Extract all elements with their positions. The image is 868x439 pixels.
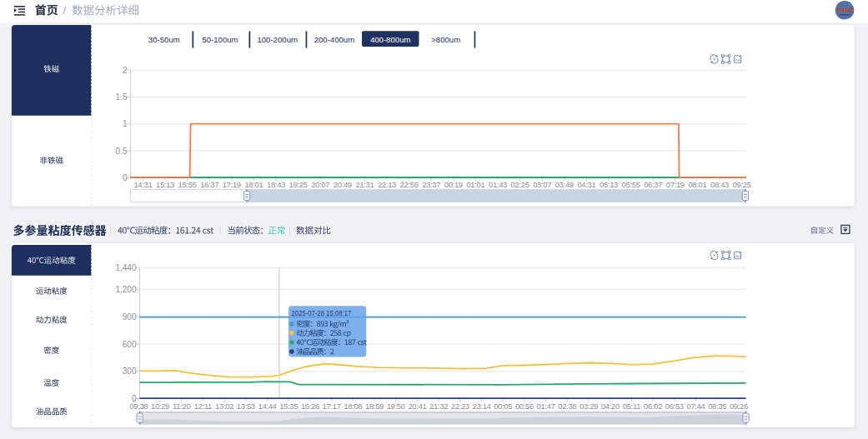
svg-text:03:07: 03:07 (533, 180, 551, 189)
svg-text:>800um: >800um (431, 35, 460, 44)
svg-text:22:23: 22:23 (451, 402, 469, 411)
svg-text:/: / (63, 4, 67, 17)
svg-text:18:01: 18:01 (244, 180, 263, 189)
svg-text:04:20: 04:20 (601, 402, 620, 411)
svg-text:03:49: 03:49 (555, 180, 574, 189)
svg-text:2: 2 (123, 66, 128, 75)
svg-text:1: 1 (123, 119, 128, 128)
svg-text:2025-07-28 15:08:17: 2025-07-28 15:08:17 (291, 309, 351, 317)
svg-text:200-400um: 200-400um (314, 35, 355, 44)
svg-text:inzoc: inzoc (837, 6, 853, 13)
svg-text:21:32: 21:32 (429, 402, 448, 411)
svg-text:19:25: 19:25 (289, 180, 308, 189)
svg-text:09:26: 09:26 (730, 402, 748, 411)
svg-text:06:53: 06:53 (665, 402, 684, 411)
svg-text:00:56: 00:56 (515, 402, 534, 411)
svg-text:08:01: 08:01 (688, 180, 706, 189)
svg-text:07:44: 07:44 (686, 402, 705, 411)
svg-text:00:05: 00:05 (494, 402, 512, 411)
svg-text:22:13: 22:13 (378, 180, 396, 189)
svg-text:16:26: 16:26 (301, 402, 319, 411)
svg-text:20:07: 20:07 (311, 180, 329, 189)
svg-text:20:49: 20:49 (334, 180, 352, 189)
svg-text:14:44: 14:44 (258, 402, 276, 411)
svg-text:02:25: 02:25 (511, 180, 529, 189)
svg-text:11:20: 11:20 (173, 402, 190, 411)
svg-text:01:47: 01:47 (537, 402, 555, 411)
svg-text:21:31: 21:31 (355, 180, 374, 189)
svg-text:19:50: 19:50 (387, 402, 405, 411)
svg-text:100-200um: 100-200um (257, 35, 298, 44)
svg-text:17:17: 17:17 (323, 402, 341, 411)
svg-text:13:53: 13:53 (237, 402, 255, 411)
svg-text:06:37: 06:37 (644, 180, 662, 189)
svg-text:22:55: 22:55 (400, 180, 419, 189)
svg-text:0.5: 0.5 (116, 147, 128, 156)
svg-text:1,200: 1,200 (115, 285, 136, 294)
svg-text:03:29: 03:29 (580, 402, 598, 411)
svg-text:18:43: 18:43 (267, 180, 285, 189)
svg-text:14:31: 14:31 (133, 180, 152, 189)
svg-text:05:13: 05:13 (600, 180, 618, 189)
svg-text:18:08: 18:08 (344, 402, 362, 411)
svg-text:15:55: 15:55 (178, 180, 197, 189)
svg-text:01:43: 01:43 (489, 180, 507, 189)
svg-text:05:55: 05:55 (622, 180, 640, 189)
svg-text:1.5: 1.5 (116, 92, 128, 102)
svg-text:23:37: 23:37 (422, 180, 440, 189)
svg-text:09:25: 09:25 (733, 180, 751, 189)
svg-text:15:35: 15:35 (279, 402, 298, 411)
svg-text:0: 0 (123, 173, 128, 182)
svg-text:50-100um: 50-100um (202, 35, 238, 44)
svg-text:18:59: 18:59 (365, 402, 384, 411)
svg-text:17:19: 17:19 (223, 180, 241, 189)
svg-text:10:29: 10:29 (151, 402, 169, 411)
svg-text:09:38: 09:38 (129, 402, 148, 411)
svg-text:900: 900 (123, 312, 137, 322)
svg-text:20:41: 20:41 (408, 402, 426, 411)
svg-text:07:19: 07:19 (666, 180, 685, 189)
svg-text:08:35: 08:35 (708, 402, 726, 411)
svg-text:12:11: 12:11 (194, 402, 212, 411)
svg-text:01:01: 01:01 (466, 180, 484, 189)
svg-text:600: 600 (123, 340, 137, 349)
svg-text:1,440: 1,440 (115, 263, 136, 272)
svg-text:08:43: 08:43 (710, 180, 729, 189)
svg-text:05:11: 05:11 (623, 402, 640, 411)
svg-text:15:13: 15:13 (156, 180, 174, 189)
svg-text:06:02: 06:02 (644, 402, 662, 411)
svg-text:04:31: 04:31 (577, 180, 595, 189)
svg-text:23:14: 23:14 (472, 402, 490, 411)
svg-text:16:37: 16:37 (200, 180, 218, 189)
svg-text:400-800um: 400-800um (370, 35, 411, 44)
svg-text:00:19: 00:19 (444, 180, 463, 189)
svg-text:13:02: 13:02 (215, 402, 233, 411)
svg-text:02:38: 02:38 (558, 402, 576, 411)
svg-text:30-50um: 30-50um (148, 35, 180, 44)
svg-text:300: 300 (123, 367, 137, 376)
